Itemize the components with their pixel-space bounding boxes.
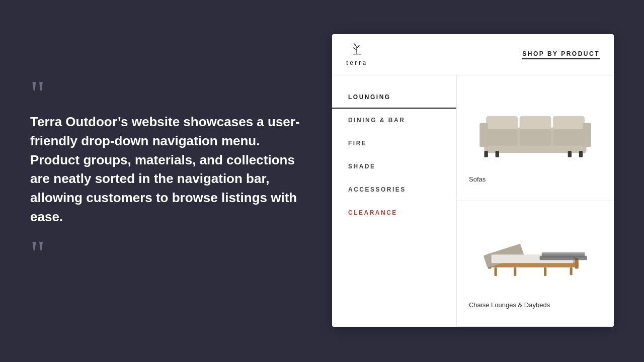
svg-rect-12 xyxy=(568,151,572,157)
svg-rect-6 xyxy=(520,129,551,146)
nav-item-shade[interactable]: SHADE xyxy=(332,155,456,178)
svg-rect-5 xyxy=(486,129,518,146)
panel-content: LOUNGING DINING & BAR FIRE SHADE ACCESSO… xyxy=(332,75,614,327)
sofas-label: Sofas xyxy=(465,175,486,183)
dropdown-panel: terra SHOP BY PRODUCT LOUNGING DINING & … xyxy=(332,34,614,327)
terra-logo-icon xyxy=(349,42,365,56)
nav-item-dining-bar[interactable]: DINING & BAR xyxy=(332,109,456,132)
nav-item-clearance[interactable]: CLEARANCE xyxy=(332,201,456,224)
svg-rect-10 xyxy=(484,151,488,157)
shop-by-product-label[interactable]: SHOP BY PRODUCT xyxy=(522,50,600,59)
logo-area: terra xyxy=(346,42,367,67)
chaise-image xyxy=(465,219,606,297)
nav-column: LOUNGING DINING & BAR FIRE SHADE ACCESSO… xyxy=(332,75,457,327)
quote-text: Terra Outdoor’s website showcases a user… xyxy=(30,113,312,226)
logo-text: terra xyxy=(346,58,367,67)
svg-rect-11 xyxy=(496,151,499,157)
product-card-sofas[interactable]: Sofas xyxy=(457,75,614,201)
svg-rect-27 xyxy=(542,253,585,257)
svg-rect-13 xyxy=(579,151,583,157)
sofa-image xyxy=(465,94,606,171)
svg-rect-21 xyxy=(495,267,497,276)
product-column: Sofas xyxy=(457,75,614,327)
nav-item-lounging[interactable]: LOUNGING xyxy=(332,85,456,109)
panel-header: terra SHOP BY PRODUCT xyxy=(332,34,614,75)
open-quote-mark: " xyxy=(30,83,312,105)
svg-rect-23 xyxy=(544,267,546,276)
product-card-chaise[interactable]: Chaise Lounges & Daybeds xyxy=(457,201,614,327)
svg-rect-24 xyxy=(570,267,573,275)
nav-item-fire[interactable]: FIRE xyxy=(332,132,456,155)
chaise-label: Chaise Lounges & Daybeds xyxy=(465,301,550,309)
svg-rect-2 xyxy=(486,116,518,131)
svg-rect-4 xyxy=(553,116,585,131)
nav-item-accessories[interactable]: ACCESSORIES xyxy=(332,178,456,201)
close-quote-mark: " xyxy=(30,228,312,279)
svg-rect-22 xyxy=(514,267,516,276)
svg-rect-7 xyxy=(553,129,585,146)
svg-rect-9 xyxy=(583,123,591,147)
svg-rect-8 xyxy=(479,123,488,147)
svg-rect-3 xyxy=(520,116,551,131)
quote-section: " Terra Outdoor’s website showcases a us… xyxy=(30,83,312,279)
